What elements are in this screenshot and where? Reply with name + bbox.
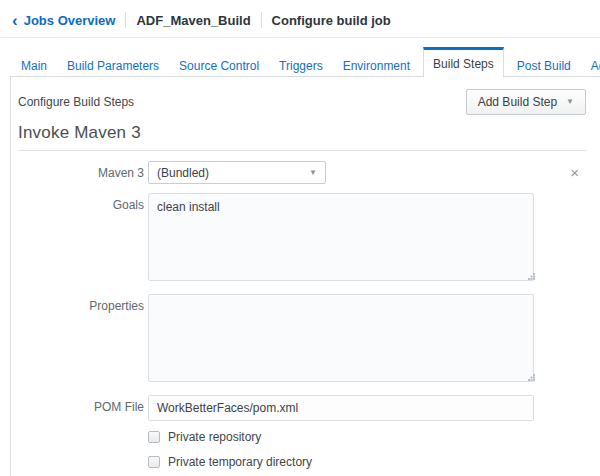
breadcrumb-back-link[interactable]: ‹ Jobs Overview [12,13,115,28]
maven-version-select[interactable]: (Bundled) ▼ [148,161,326,184]
breadcrumb-job-name: ADF_Maven_Build [136,13,250,28]
tab-advanced[interactable]: Advanced [584,47,600,76]
section-title: Configure Build Steps [18,95,134,109]
private-temp-directory-row: Private temporary directory [148,455,586,469]
private-repository-row: Private repository [148,430,586,444]
dropdown-caret-icon: ▼ [566,98,574,106]
properties-input[interactable] [148,294,534,382]
back-chevron-icon: ‹ [12,14,18,27]
maven-version-value: (Bundled) [157,166,209,180]
add-build-step-button[interactable]: Add Build Step ▼ [466,89,586,115]
private-temp-directory-checkbox[interactable] [148,456,160,468]
pom-file-row: POM File [18,395,586,421]
tab-build-parameters[interactable]: Build Parameters [60,47,166,76]
maven-step-form: Maven 3 (Bundled) ▼ × Goals clean instal… [18,161,586,476]
breadcrumb-divider [125,12,126,28]
tab-build-steps[interactable]: Build Steps [423,47,504,77]
goals-input[interactable]: clean install [148,193,534,281]
remove-step-icon[interactable]: × [570,165,579,180]
section-header-row: Configure Build Steps Add Build Step ▼ [18,89,586,115]
page-title: Configure build job [272,13,391,28]
tab-main[interactable]: Main [14,47,54,76]
tab-post-build[interactable]: Post Build [510,47,578,76]
private-repository-checkbox[interactable] [148,431,160,443]
goals-row: Goals clean install [18,193,586,285]
tab-triggers[interactable]: Triggers [272,47,330,76]
maven-version-row: Maven 3 (Bundled) ▼ × [18,161,586,184]
resize-grip-icon[interactable] [528,278,530,280]
private-repository-label: Private repository [168,430,261,444]
maven-version-label: Maven 3 [18,161,144,180]
add-build-step-label: Add Build Step [478,95,557,109]
tab-bar: Main Build Parameters Source Control Tri… [10,47,600,77]
step-divider [18,150,586,151]
breadcrumb: ‹ Jobs Overview ADF_Maven_Build Configur… [0,0,600,38]
properties-label: Properties [18,294,144,313]
tab-environment[interactable]: Environment [336,47,417,76]
step-title: Invoke Maven 3 [18,123,586,143]
properties-row: Properties [18,294,586,386]
tab-source-control[interactable]: Source Control [172,47,266,76]
pom-file-label: POM File [18,395,144,414]
breadcrumb-divider [261,12,262,28]
goals-label: Goals [18,193,144,212]
breadcrumb-back-label: Jobs Overview [24,13,116,28]
chevron-down-icon: ▼ [309,169,317,177]
private-temp-directory-label: Private temporary directory [168,455,312,469]
resize-grip-icon[interactable] [528,379,530,381]
build-steps-panel: Configure Build Steps Add Build Step ▼ I… [10,77,600,476]
pom-file-input[interactable] [148,395,534,421]
